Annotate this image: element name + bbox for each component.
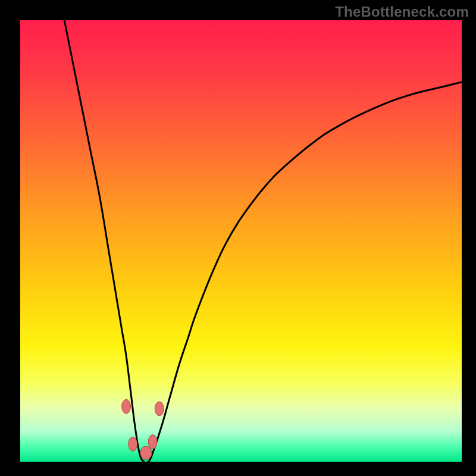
chart-frame: TheBottleneck.com [0,0,476,476]
gradient-background [20,20,462,462]
plot-svg [20,20,462,462]
plot-area [20,20,462,462]
marker-dot [140,446,152,459]
watermark-text: TheBottleneck.com [335,4,469,20]
marker-dot [122,399,131,414]
marker-dot [129,437,137,451]
marker-dot [148,435,157,449]
marker-dot [155,402,164,416]
